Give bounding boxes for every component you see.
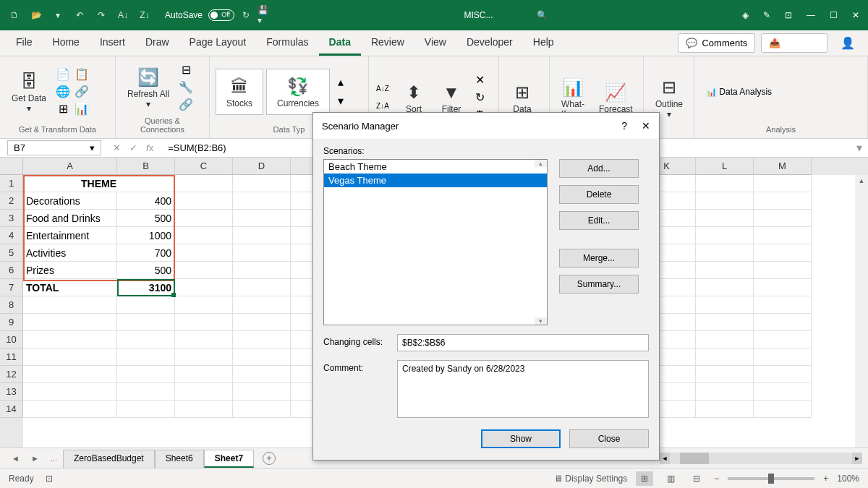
cell[interactable]: 400	[117, 192, 175, 210]
cell[interactable]	[696, 262, 754, 279]
refresh-all-button[interactable]: 🔄Refresh All▾	[122, 63, 175, 112]
tab-draw[interactable]: Draw	[135, 30, 179, 56]
cell[interactable]	[233, 366, 291, 383]
scenario-item[interactable]: Vegas Theme	[324, 174, 547, 187]
get-data-button[interactable]: 🗄Get Data▾	[6, 67, 52, 116]
cell[interactable]: THEME	[23, 175, 175, 192]
cell[interactable]	[696, 366, 754, 383]
filter-button[interactable]: ▼Filter	[434, 78, 469, 117]
scroll-up-icon[interactable]: ▴	[333, 74, 349, 90]
cell[interactable]	[754, 210, 812, 227]
row-header[interactable]: 5	[0, 244, 23, 262]
macro-record-icon[interactable]: ⊡	[46, 474, 53, 484]
help-icon[interactable]: ?	[621, 120, 627, 132]
horizontal-scrollbar[interactable]: ◄►	[660, 453, 862, 464]
redo-icon[interactable]: ↷	[95, 9, 107, 21]
cell[interactable]	[754, 366, 812, 383]
cell[interactable]	[233, 210, 291, 227]
cell[interactable]	[754, 348, 812, 366]
save-icon[interactable]: 💾▾	[258, 9, 269, 21]
cell[interactable]	[233, 192, 291, 210]
recent-sources-icon[interactable]: 📋	[74, 67, 90, 82]
cell[interactable]	[23, 366, 117, 383]
sort-desc-icon[interactable]: Z↓	[139, 9, 150, 21]
cell[interactable]: 500	[117, 262, 175, 279]
row-header[interactable]: 10	[0, 331, 23, 348]
cell[interactable]	[754, 331, 812, 348]
cell[interactable]	[175, 279, 233, 296]
normal-view-icon[interactable]: ⊞	[636, 471, 653, 486]
page-break-view-icon[interactable]: ⊟	[688, 471, 705, 486]
dialog-titlebar[interactable]: Scenario Manager ? ✕	[313, 113, 659, 139]
close-window-icon[interactable]: ✕	[852, 10, 859, 20]
sheet-nav-next[interactable]: ►	[25, 454, 45, 463]
search-icon[interactable]: 🔍	[537, 10, 548, 20]
cancel-formula-icon[interactable]: ✕	[113, 142, 121, 153]
col-header[interactable]: L	[696, 158, 754, 175]
cell[interactable]	[233, 331, 291, 348]
cell[interactable]: Food and Drinks	[23, 210, 117, 227]
merge-scenario-button[interactable]: Merge...	[559, 249, 639, 267]
tab-review[interactable]: Review	[361, 30, 414, 56]
from-table-icon[interactable]: ⊞	[55, 101, 71, 117]
cell[interactable]	[696, 401, 754, 418]
cell[interactable]	[754, 227, 812, 244]
from-text-icon[interactable]: 📄	[55, 67, 71, 82]
cell[interactable]	[754, 262, 812, 279]
cell[interactable]	[23, 383, 117, 401]
cell[interactable]	[117, 331, 175, 348]
cell[interactable]	[117, 401, 175, 418]
queries-icon[interactable]: ⊟	[178, 62, 194, 78]
row-header[interactable]: 8	[0, 296, 23, 314]
cell[interactable]	[175, 192, 233, 210]
sort-asc-icon[interactable]: A↓	[117, 9, 129, 21]
cell[interactable]: Decorations	[23, 192, 117, 210]
cell[interactable]	[233, 296, 291, 314]
cell[interactable]	[233, 314, 291, 331]
cell[interactable]	[117, 366, 175, 383]
cell[interactable]	[117, 296, 175, 314]
cell[interactable]	[754, 244, 812, 262]
tab-insert[interactable]: Insert	[90, 30, 135, 56]
cell[interactable]	[175, 383, 233, 401]
cell[interactable]	[754, 175, 812, 192]
from-web-icon[interactable]: 🌐	[55, 84, 71, 100]
forecast-button[interactable]: 📈Forecast	[593, 78, 639, 117]
sync-icon[interactable]: ↻	[240, 9, 252, 21]
summary-scenario-button[interactable]: Summary...	[559, 275, 639, 294]
zoom-out-button[interactable]: −	[714, 474, 719, 484]
row-header[interactable]: 11	[0, 348, 23, 366]
cell[interactable]: Prizes	[23, 262, 117, 279]
name-box[interactable]: B7▾	[7, 140, 101, 155]
cell[interactable]	[233, 348, 291, 366]
cell[interactable]	[696, 227, 754, 244]
cell[interactable]	[23, 348, 117, 366]
cell[interactable]	[696, 192, 754, 210]
add-scenario-button[interactable]: Add...	[559, 159, 639, 178]
tab-home[interactable]: Home	[43, 30, 90, 56]
page-layout-view-icon[interactable]: ▥	[662, 471, 679, 486]
enter-formula-icon[interactable]: ✓	[129, 142, 137, 153]
cell[interactable]	[696, 348, 754, 366]
cell[interactable]	[233, 227, 291, 244]
chevron-down-icon[interactable]: ▾	[90, 142, 95, 153]
cell[interactable]	[754, 383, 812, 401]
tab-file[interactable]: File	[6, 30, 43, 56]
zoom-level[interactable]: 100%	[837, 474, 859, 484]
col-header[interactable]: A	[23, 158, 117, 175]
cell[interactable]	[696, 175, 754, 192]
cell[interactable]	[696, 331, 754, 348]
col-header[interactable]: B	[117, 158, 175, 175]
row-header[interactable]: 9	[0, 314, 23, 331]
minimize-icon[interactable]: —	[807, 10, 815, 20]
cell[interactable]	[23, 296, 117, 314]
cell[interactable]	[175, 175, 233, 192]
tab-formulas[interactable]: Formulas	[256, 30, 318, 56]
open-file-icon[interactable]: 📂	[30, 9, 42, 21]
cell[interactable]	[175, 348, 233, 366]
cell[interactable]	[754, 401, 812, 418]
tab-data[interactable]: Data	[319, 30, 361, 56]
select-all-corner[interactable]	[0, 158, 23, 175]
sheet-tab-sheet6[interactable]: Sheet6	[155, 450, 204, 468]
scenarios-listbox[interactable]: Beach ThemeVegas Theme ▴ ▾	[323, 159, 548, 325]
